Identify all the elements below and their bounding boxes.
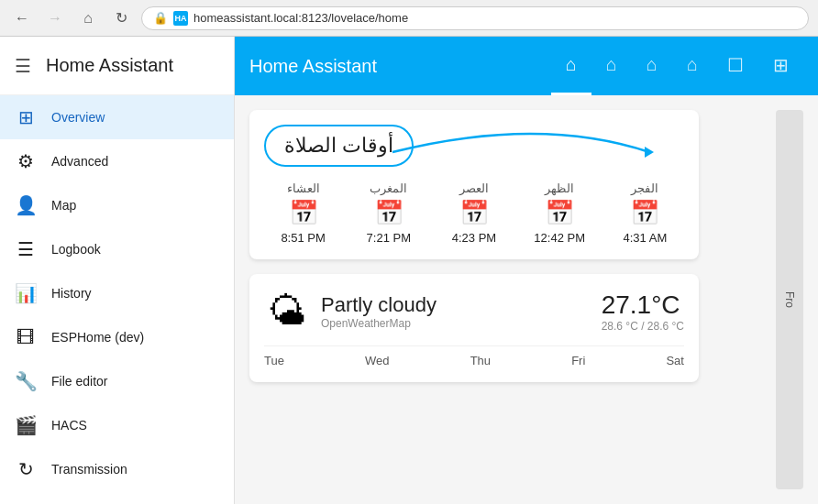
weather-day: Fri (571, 354, 585, 367)
tab-building[interactable]: ⌂ (591, 37, 632, 95)
nav-label-overview: Overview (51, 110, 105, 125)
tab-network[interactable]: ⊞ (758, 37, 803, 95)
weather-condition: Partly cloudy (321, 293, 591, 317)
sidebar-nav: ⊞ Overview ⚙ Advanced 👤 Map ☰ Logbook 📊 … (0, 95, 234, 504)
prayer-col: العصر 📅 4:23 PM (435, 181, 513, 245)
prayer-time: 7:21 PM (349, 231, 427, 245)
tab-chair[interactable]: ⌂ (672, 37, 713, 95)
right-panel-label: Fro (783, 291, 796, 308)
top-bar: Home Assistant ⌂ ⌂ ⌂ ⌂ ☐ ⊞ (235, 37, 818, 95)
sidebar-title: Home Assistant (46, 55, 173, 76)
prayer-name: الفجر (606, 181, 684, 195)
nav-label-advanced: Advanced (51, 154, 108, 169)
prayer-times-grid: العشاء 📅 8:51 PM المغرب 📅 7:21 PM العصر … (264, 181, 684, 245)
sidebar-item-map[interactable]: 👤 Map (0, 183, 234, 227)
weather-temp-high: 28.6 °C (602, 320, 638, 333)
lock-icon: 🔒 (153, 11, 168, 25)
weather-temperature: 27.1°C (602, 290, 684, 320)
weather-main-row: 🌤 Partly cloudy OpenWeatherMap 27.1°C 28… (264, 289, 684, 334)
svg-marker-0 (645, 147, 654, 158)
browser-chrome: ← → ⌂ ↻ 🔒 HA homeassistant.local:8123/lo… (0, 0, 818, 37)
top-bar-title: Home Assistant (249, 56, 547, 77)
weather-day: Tue (264, 354, 284, 367)
address-bar[interactable]: 🔒 HA homeassistant.local:8123/lovelace/h… (141, 6, 809, 30)
prayer-card-title: أوقات الصلاة (284, 134, 393, 157)
weather-source: OpenWeatherMap (321, 317, 591, 330)
sidebar-item-history[interactable]: 📊 History (0, 271, 234, 315)
sidebar-item-esphome[interactable]: 🎞 ESPHome (dev) (0, 315, 234, 359)
weather-description: Partly cloudy OpenWeatherMap (321, 293, 591, 330)
nav-icon-overview: ⊞ (15, 106, 37, 128)
forward-button[interactable]: → (42, 5, 68, 31)
nav-icon-map: 👤 (15, 194, 37, 216)
prayer-name: المغرب (349, 181, 427, 195)
sidebar-header: ☰ Home Assistant (0, 37, 234, 95)
url-text: homeassistant.local:8123/lovelace/home (193, 11, 408, 25)
tab-home[interactable]: ⌂ (551, 37, 591, 95)
nav-label-logbook: Logbook (51, 242, 101, 257)
sidebar-item-transmission[interactable]: ↻ Transmission (0, 447, 234, 491)
back-button[interactable]: ← (9, 5, 35, 31)
sidebar-item-advanced[interactable]: ⚙ Advanced (0, 139, 234, 183)
home-button[interactable]: ⌂ (75, 5, 101, 31)
nav-icon-file-editor: 🔧 (15, 370, 37, 392)
weather-day: Wed (365, 354, 390, 367)
prayer-name: العشاء (264, 181, 342, 195)
weather-days-row: TueWedThuFriSat (264, 345, 684, 367)
weather-card: 🌤 Partly cloudy OpenWeatherMap 27.1°C 28… (249, 274, 699, 382)
weather-day: Thu (470, 354, 491, 367)
prayer-calendar-icon: 📅 (606, 199, 684, 227)
sidebar-item-overview[interactable]: ⊞ Overview (0, 95, 234, 139)
prayer-calendar-icon: 📅 (435, 199, 513, 227)
prayer-col: الفجر 📅 4:31 AM (606, 181, 684, 245)
weather-icon-container: 🌤 (264, 289, 310, 334)
main-content-column: أوقات الصلاة العشاء 📅 8:51 PM المغرب (249, 110, 761, 489)
nav-icon-history: 📊 (15, 282, 37, 304)
prayer-times-card: أوقات الصلاة العشاء 📅 8:51 PM المغرب (249, 110, 699, 259)
site-favicon: HA (173, 11, 188, 26)
prayer-time: 12:42 PM (521, 231, 599, 245)
tab-nav: ⌂ ⌂ ⌂ ⌂ ☐ ⊞ (551, 37, 803, 95)
weather-cloud-icon: 🌤 (268, 290, 306, 334)
prayer-card-title-row: أوقات الصلاة (264, 125, 684, 167)
sidebar: ☰ Home Assistant ⊞ Overview ⚙ Advanced 👤… (0, 37, 235, 504)
weather-temp-low: 28.6 °C (647, 320, 684, 333)
tab-monitor[interactable]: ☐ (713, 37, 758, 95)
hamburger-icon: ☰ (15, 56, 31, 76)
nav-label-hacs: HACS (51, 418, 87, 433)
prayer-time: 8:51 PM (264, 231, 342, 245)
nav-label-esphome: ESPHome (dev) (51, 330, 144, 345)
content-area: أوقات الصلاة العشاء 📅 8:51 PM المغرب (235, 95, 818, 504)
main-area: Home Assistant ⌂ ⌂ ⌂ ⌂ ☐ ⊞ أوقات الصلاة (235, 37, 818, 504)
nav-label-transmission: Transmission (51, 462, 127, 477)
nav-label-history: History (51, 286, 92, 301)
prayer-col: الظهر 📅 12:42 PM (521, 181, 599, 245)
right-panel: Fro (776, 110, 803, 489)
sidebar-item-logbook[interactable]: ☰ Logbook (0, 227, 234, 271)
nav-label-map: Map (51, 198, 76, 213)
nav-icon-logbook: ☰ (15, 238, 37, 260)
prayer-time: 4:23 PM (435, 231, 513, 245)
prayer-title-bubble: أوقات الصلاة (264, 125, 414, 167)
weather-temp-section: 27.1°C 28.6 °C / 28.6 °C (602, 290, 684, 333)
prayer-name: الظهر (521, 181, 599, 195)
sidebar-toggle-button[interactable]: ☰ (15, 55, 31, 77)
sidebar-item-file-editor[interactable]: 🔧 File editor (0, 359, 234, 403)
prayer-name: العصر (435, 181, 513, 195)
weather-temp-range: 28.6 °C / 28.6 °C (602, 320, 684, 333)
prayer-calendar-icon: 📅 (264, 199, 342, 227)
weather-day: Sat (666, 354, 684, 367)
prayer-time: 4:31 AM (606, 231, 684, 245)
nav-icon-hacs: 🎬 (15, 414, 37, 436)
nav-label-file-editor: File editor (51, 374, 107, 389)
prayer-calendar-icon: 📅 (349, 199, 427, 227)
nav-icon-transmission: ↻ (15, 458, 37, 480)
reload-button[interactable]: ↻ (108, 5, 134, 31)
app-container: ☰ Home Assistant ⊞ Overview ⚙ Advanced 👤… (0, 37, 818, 504)
prayer-arrow (392, 125, 686, 180)
prayer-col: المغرب 📅 7:21 PM (349, 181, 427, 245)
nav-icon-advanced: ⚙ (15, 150, 37, 172)
prayer-calendar-icon: 📅 (521, 199, 599, 227)
sidebar-item-hacs[interactable]: 🎬 HACS (0, 403, 234, 447)
tab-house[interactable]: ⌂ (632, 37, 672, 95)
